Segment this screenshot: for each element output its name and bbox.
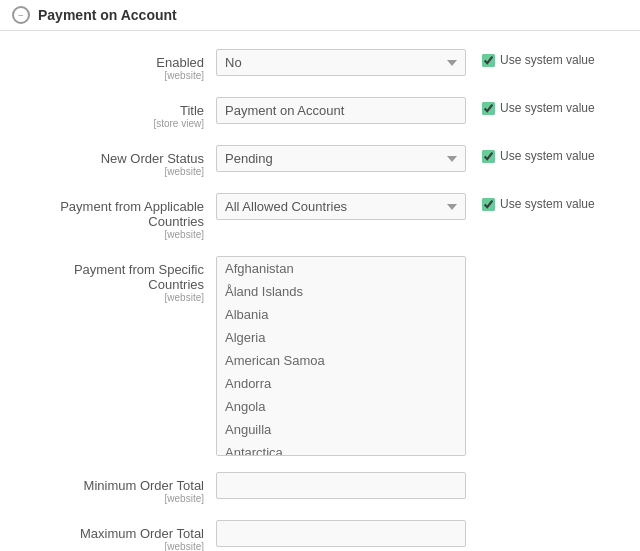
country-option[interactable]: Angola <box>217 395 465 418</box>
order-status-action: Use system value <box>482 145 595 163</box>
order-status-use-system-label: Use system value <box>500 149 595 163</box>
applicable-use-system-label: Use system value <box>500 197 595 211</box>
title-input[interactable] <box>216 97 466 124</box>
order-status-checkbox[interactable] <box>482 150 495 163</box>
max-order-scope: [website] <box>16 541 204 551</box>
order-status-row: New Order Status [website] Pending Proce… <box>0 137 640 185</box>
specific-label: Payment from Specific Countries <box>74 262 204 292</box>
max-order-row: Maximum Order Total [website] <box>0 512 640 551</box>
title-use-system-label: Use system value <box>500 101 595 115</box>
country-option[interactable]: Albania <box>217 303 465 326</box>
max-order-label: Maximum Order Total <box>80 526 204 541</box>
min-order-row: Minimum Order Total [website] <box>0 464 640 512</box>
page-title: Payment on Account <box>38 7 177 23</box>
section-icon: − <box>12 6 30 24</box>
order-status-label-col: New Order Status [website] <box>16 145 216 177</box>
country-option[interactable]: Afghanistan <box>217 257 465 280</box>
country-option[interactable]: Antarctica <box>217 441 465 456</box>
enabled-action: Use system value <box>482 49 595 67</box>
enabled-label: Enabled <box>156 55 204 70</box>
enabled-select[interactable]: No Yes <box>216 49 466 76</box>
applicable-scope: [website] <box>16 229 204 240</box>
applicable-action: Use system value <box>482 193 595 211</box>
min-order-label-col: Minimum Order Total [website] <box>16 472 216 504</box>
enabled-scope: [website] <box>16 70 204 81</box>
form-content: Enabled [website] No Yes Use system valu… <box>0 31 640 551</box>
max-order-label-col: Maximum Order Total [website] <box>16 520 216 551</box>
max-order-input[interactable] <box>216 520 466 547</box>
applicable-use-system[interactable]: Use system value <box>482 197 595 211</box>
order-status-use-system[interactable]: Use system value <box>482 149 595 163</box>
title-input-col <box>216 97 466 124</box>
min-order-input-col <box>216 472 466 499</box>
specific-label-col: Payment from Specific Countries [website… <box>16 256 216 303</box>
applicable-checkbox[interactable] <box>482 198 495 211</box>
title-scope: [store view] <box>16 118 204 129</box>
title-label: Title <box>180 103 204 118</box>
country-option[interactable]: Andorra <box>217 372 465 395</box>
specific-countries-listbox[interactable]: Afghanistan Åland Islands Albania Algeri… <box>216 256 466 456</box>
country-option[interactable]: Anguilla <box>217 418 465 441</box>
order-status-input-col: Pending Processing Complete <box>216 145 466 172</box>
title-label-col: Title [store view] <box>16 97 216 129</box>
country-option[interactable]: American Samoa <box>217 349 465 372</box>
applicable-select[interactable]: All Allowed Countries Specific Countries <box>216 193 466 220</box>
enabled-row: Enabled [website] No Yes Use system valu… <box>0 41 640 89</box>
order-status-scope: [website] <box>16 166 204 177</box>
applicable-countries-row: Payment from Applicable Countries [websi… <box>0 185 640 248</box>
enabled-label-col: Enabled [website] <box>16 49 216 81</box>
enabled-input-col: No Yes <box>216 49 466 76</box>
order-status-label: New Order Status <box>101 151 204 166</box>
order-status-select[interactable]: Pending Processing Complete <box>216 145 466 172</box>
enabled-use-system-label: Use system value <box>500 53 595 67</box>
title-use-system[interactable]: Use system value <box>482 101 595 115</box>
applicable-input-col: All Allowed Countries Specific Countries <box>216 193 466 220</box>
enabled-checkbox[interactable] <box>482 54 495 67</box>
min-order-scope: [website] <box>16 493 204 504</box>
page-header: − Payment on Account <box>0 0 640 31</box>
specific-input-col: Afghanistan Åland Islands Albania Algeri… <box>216 256 466 456</box>
applicable-label-col: Payment from Applicable Countries [websi… <box>16 193 216 240</box>
title-row: Title [store view] Use system value <box>0 89 640 137</box>
form-section: Enabled [website] No Yes Use system valu… <box>0 31 640 551</box>
max-order-input-col <box>216 520 466 547</box>
specific-countries-row: Payment from Specific Countries [website… <box>0 248 640 464</box>
enabled-use-system[interactable]: Use system value <box>482 53 595 67</box>
title-action: Use system value <box>482 97 595 115</box>
min-order-input[interactable] <box>216 472 466 499</box>
specific-scope: [website] <box>16 292 204 303</box>
min-order-label: Minimum Order Total <box>84 478 204 493</box>
title-checkbox[interactable] <box>482 102 495 115</box>
country-option[interactable]: Algeria <box>217 326 465 349</box>
applicable-label: Payment from Applicable Countries <box>60 199 204 229</box>
country-option[interactable]: Åland Islands <box>217 280 465 303</box>
